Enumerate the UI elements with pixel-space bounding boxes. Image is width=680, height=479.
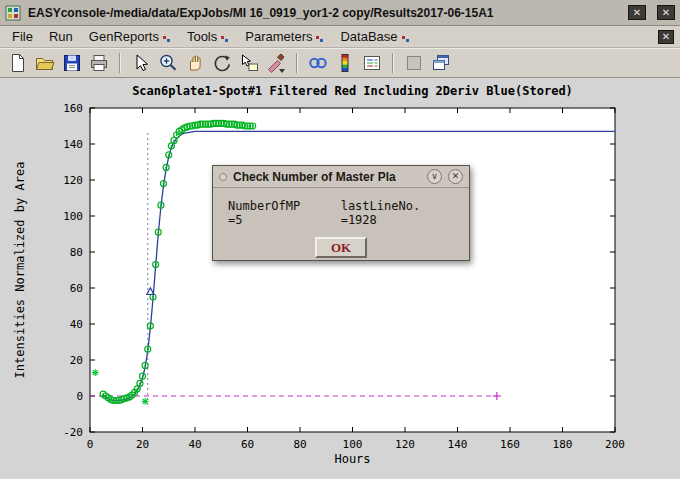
toolbar-separator [296,53,298,73]
svg-text:160: 160 [63,102,83,115]
window-shade-button[interactable]: ✕ [628,5,646,20]
dialog-shade-button[interactable]: ∨ [427,169,442,184]
svg-text:-20: -20 [63,426,83,439]
svg-text:Scan6plate1-Spot#1 Filtered Re: Scan6plate1-Spot#1 Filtered Red Includin… [132,84,573,98]
print-icon[interactable] [87,51,111,75]
menu-badge-icon [401,32,410,41]
save-icon[interactable] [60,51,84,75]
application-window: { "window": { "title": "EASYconsole-/med… [0,0,680,479]
svg-text:80: 80 [293,438,306,451]
window-close-button[interactable]: ✕ [657,5,675,20]
svg-text:180: 180 [553,438,573,451]
open-folder-icon[interactable] [33,51,57,75]
menu-label: Tools [187,29,217,44]
dialog-titlebar: Check Number of Master Pla ∨ ✕ [213,166,469,188]
menu-item-parameters[interactable]: Parameters [237,27,332,46]
menu-item-genreports[interactable]: GenReports [81,27,179,46]
insert-colorbar-icon[interactable] [333,51,357,75]
menu-label: Parameters [245,29,312,44]
menu-item-run[interactable]: Run [41,27,81,46]
svg-text:Intensities Normalized by Area: Intensities Normalized by Area [13,162,27,379]
menu-badge-icon [315,32,324,41]
number-of-mp-value: NumberOfMP =5 [228,199,315,227]
figure-toolbar [0,48,680,78]
figure-canvas: 020406080100120140160180200-200204060801… [0,78,680,479]
svg-text:200: 200 [605,438,625,451]
svg-text:60: 60 [241,438,254,451]
menu-label: File [12,29,33,44]
new-document-icon[interactable] [6,51,30,75]
dialog-title: Check Number of Master Pla [233,170,421,184]
edit-plot-arrow-icon[interactable] [129,51,153,75]
menu-badge-icon [162,32,171,41]
ok-button[interactable]: OK [315,237,367,258]
menu-label: GenReports [89,29,159,44]
svg-text:Hours: Hours [334,452,370,466]
menu-item-database[interactable]: DataBase [332,27,417,46]
menu-label: Run [49,29,73,44]
svg-text:120: 120 [395,438,415,451]
rotate-3d-icon[interactable] [210,51,234,75]
svg-text:40: 40 [188,438,201,451]
chart-plot-area: 020406080100120140160180200-200204060801… [0,78,680,479]
svg-text:20: 20 [70,354,83,367]
dialog-menu-dot-icon[interactable] [219,173,227,181]
plot-tools-blank-icon[interactable] [402,51,426,75]
dock-figure-icon[interactable] [429,51,453,75]
window-title: EASYconsole-/media/data/ExpJobs/MI 16_09… [28,6,621,20]
svg-text:160: 160 [500,438,520,451]
dialog-body: NumberOfMP =5 lastLineNo. =1928 OK [213,188,469,258]
menu-item-file[interactable]: File [4,27,41,46]
brush-icon[interactable] [264,51,288,75]
data-cursor-icon[interactable] [237,51,261,75]
svg-text:100: 100 [63,210,83,223]
menu-item-tools[interactable]: Tools [179,27,237,46]
link-plot-icon[interactable] [306,51,330,75]
svg-text:140: 140 [63,138,83,151]
toolbar-separator [392,53,394,73]
dialog-close-button[interactable]: ✕ [448,169,463,184]
svg-text:100: 100 [343,438,363,451]
menubar-close-button[interactable]: ✕ [658,30,674,44]
pan-hand-icon[interactable] [183,51,207,75]
dialog-message: NumberOfMP =5 lastLineNo. =1928 [228,199,454,227]
check-master-plate-dialog: Check Number of Master Pla ∨ ✕ NumberOfM… [212,165,470,261]
menu-badge-icon [220,32,229,41]
app-logo-icon [5,5,21,21]
zoom-in-icon[interactable] [156,51,180,75]
svg-text:0: 0 [87,438,94,451]
svg-text:120: 120 [63,174,83,187]
svg-text:140: 140 [448,438,468,451]
insert-legend-icon[interactable] [360,51,384,75]
last-line-no-value: lastLineNo. =1928 [341,199,454,227]
svg-text:0: 0 [76,390,83,403]
menu-bar: File Run GenReports Tools Parameters Dat… [0,26,680,48]
svg-text:20: 20 [136,438,149,451]
svg-text:60: 60 [70,282,83,295]
menu-label: DataBase [340,29,397,44]
svg-text:40: 40 [70,318,83,331]
window-titlebar: EASYconsole-/media/data/ExpJobs/MI 16_09… [0,0,680,26]
toolbar-separator [119,53,121,73]
svg-text:80: 80 [70,246,83,259]
